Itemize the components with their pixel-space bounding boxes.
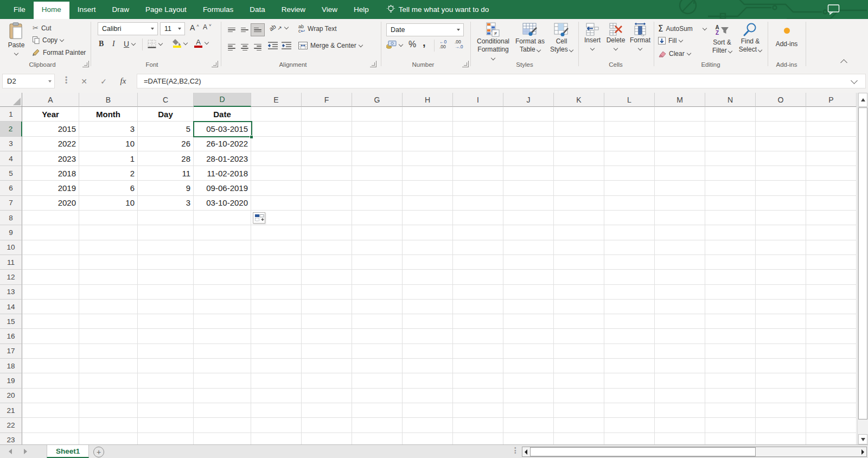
cell-N16[interactable] — [705, 329, 756, 344]
cell-J11[interactable] — [503, 255, 554, 270]
cell-K6[interactable] — [554, 181, 604, 195]
cell-D21[interactable] — [194, 403, 251, 418]
cell-L20[interactable] — [604, 389, 655, 403]
wrap-text-button[interactable]: abc↩ Wrap Text — [298, 24, 337, 33]
cell-F11[interactable] — [302, 255, 352, 270]
cell-D13[interactable] — [194, 285, 251, 300]
cell-C2[interactable]: 5 — [138, 122, 194, 136]
row-header-19[interactable]: 19 — [0, 373, 22, 388]
clipboard-dialog-launcher[interactable] — [82, 61, 89, 67]
cell-K7[interactable] — [554, 196, 604, 211]
align-left-button[interactable] — [225, 41, 239, 54]
cell-A9[interactable] — [22, 225, 79, 240]
cell-A22[interactable] — [22, 418, 79, 432]
row-header-11[interactable]: 11 — [0, 255, 22, 270]
cell-E4[interactable] — [251, 151, 302, 166]
cell-A7[interactable]: 2020 — [22, 196, 79, 211]
font-size-combobox[interactable]: 11 — [160, 22, 185, 35]
cell-F17[interactable] — [302, 344, 352, 359]
cell-D22[interactable] — [194, 418, 251, 432]
cell-B15[interactable] — [79, 314, 138, 329]
row-header-21[interactable]: 21 — [0, 403, 22, 418]
cell-B13[interactable] — [79, 285, 138, 300]
cell-B16[interactable] — [79, 329, 138, 344]
cell-D4[interactable]: 28-01-2023 — [194, 151, 251, 166]
cell-A16[interactable] — [22, 329, 79, 344]
cell-P9[interactable] — [806, 225, 857, 240]
row-header-23[interactable]: 23 — [0, 433, 22, 444]
percent-style-button[interactable]: % — [409, 40, 416, 49]
cell-I6[interactable] — [453, 181, 503, 195]
increase-font-size-button[interactable]: A˄ — [190, 23, 199, 32]
cell-H5[interactable] — [403, 166, 453, 181]
cell-B20[interactable] — [79, 389, 138, 403]
cell-L2[interactable] — [604, 122, 655, 136]
font-dialog-launcher[interactable] — [212, 61, 218, 67]
cell-I19[interactable] — [453, 373, 503, 388]
cell-K8[interactable] — [554, 211, 604, 225]
insert-function-button[interactable]: fx — [115, 74, 131, 88]
new-sheet-button[interactable]: + — [93, 447, 104, 457]
cell-G1[interactable] — [352, 107, 403, 122]
add-ins-button[interactable]: Add-ins — [771, 24, 802, 48]
cell-D6[interactable]: 09-06-2019 — [194, 181, 251, 195]
cell-D23[interactable] — [194, 433, 251, 444]
cell-M15[interactable] — [655, 314, 705, 329]
horizontal-scrollbar[interactable] — [522, 447, 867, 457]
cell-O23[interactable] — [756, 433, 806, 444]
formula-input[interactable]: =DATE(A2,B2,C2) — [137, 74, 866, 88]
cell-H3[interactable] — [403, 137, 453, 151]
cell-N20[interactable] — [705, 389, 756, 403]
cell-P21[interactable] — [806, 403, 857, 418]
tab-formulas[interactable]: Formulas — [195, 0, 241, 19]
cell-D15[interactable] — [194, 314, 251, 329]
cell-H22[interactable] — [403, 418, 453, 432]
cell-L1[interactable] — [604, 107, 655, 122]
cell-O21[interactable] — [756, 403, 806, 418]
cell-L16[interactable] — [604, 329, 655, 344]
cell-D19[interactable] — [194, 373, 251, 388]
cell-B19[interactable] — [79, 373, 138, 388]
underline-button[interactable]: U — [124, 40, 135, 48]
cell-J5[interactable] — [503, 166, 554, 181]
horizontal-scrollbar-thumb[interactable] — [530, 447, 756, 456]
cell-I11[interactable] — [453, 255, 503, 270]
autosum-button[interactable]: Σ AutoSum — [658, 24, 706, 34]
cell-P23[interactable] — [806, 433, 857, 444]
select-all-button[interactable] — [0, 93, 22, 107]
row-header-15[interactable]: 15 — [0, 314, 22, 329]
cell-O14[interactable] — [756, 300, 806, 314]
cell-O9[interactable] — [756, 225, 806, 240]
cell-G9[interactable] — [352, 225, 403, 240]
cell-C4[interactable]: 28 — [138, 151, 194, 166]
vertical-scrollbar[interactable] — [857, 93, 868, 444]
cell-N12[interactable] — [705, 270, 756, 284]
cell-J3[interactable] — [503, 137, 554, 151]
cell-P20[interactable] — [806, 389, 857, 403]
middle-align-button[interactable] — [238, 23, 252, 36]
increase-indent-button[interactable] — [282, 42, 291, 49]
cell-I10[interactable] — [453, 240, 503, 255]
row-header-10[interactable]: 10 — [0, 240, 22, 255]
cell-F16[interactable] — [302, 329, 352, 344]
cell-M7[interactable] — [655, 196, 705, 211]
italic-button[interactable]: I — [112, 40, 115, 48]
cell-D2[interactable]: 05-03-2015 — [194, 122, 251, 136]
cell-F21[interactable] — [302, 403, 352, 418]
cell-A10[interactable] — [22, 240, 79, 255]
cell-G2[interactable] — [352, 122, 403, 136]
align-right-button[interactable] — [251, 41, 265, 54]
cell-J19[interactable] — [503, 373, 554, 388]
cell-B21[interactable] — [79, 403, 138, 418]
cell-E3[interactable] — [251, 137, 302, 151]
cell-O15[interactable] — [756, 314, 806, 329]
cell-L14[interactable] — [604, 300, 655, 314]
cell-L23[interactable] — [604, 433, 655, 444]
cell-A23[interactable] — [22, 433, 79, 444]
cell-E10[interactable] — [251, 240, 302, 255]
cell-K3[interactable] — [554, 137, 604, 151]
copy-button[interactable]: Copy — [33, 36, 63, 44]
cell-P19[interactable] — [806, 373, 857, 388]
paste-button[interactable]: Paste — [4, 22, 28, 55]
decrease-font-size-button[interactable]: A˅ — [203, 23, 212, 31]
